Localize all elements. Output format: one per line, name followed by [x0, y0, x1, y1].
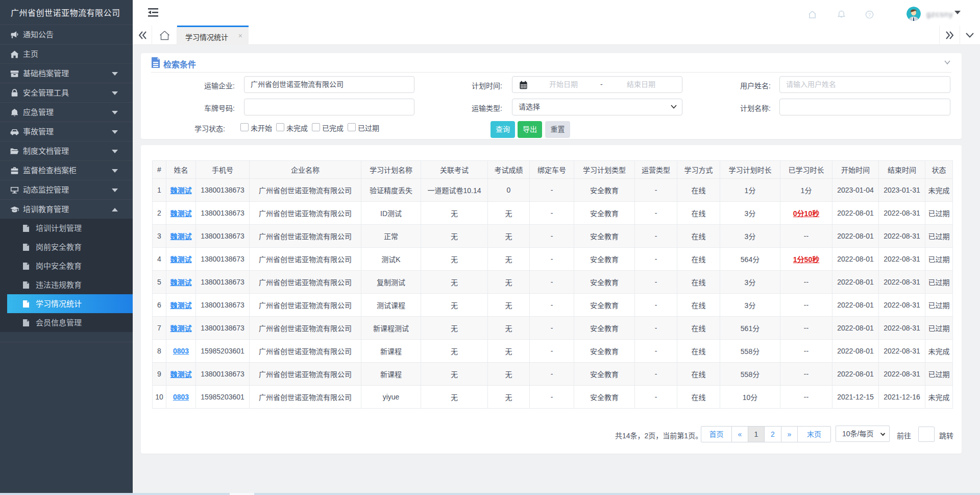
svg-text:?: ?	[868, 12, 871, 17]
